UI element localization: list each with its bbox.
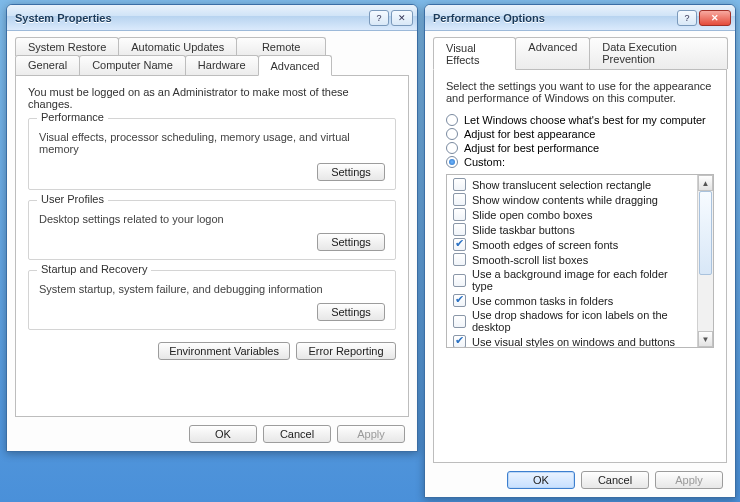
checkbox-label: Smooth edges of screen fonts [472, 239, 618, 251]
cancel-button[interactable]: Cancel [581, 471, 649, 489]
checklist-item[interactable]: Show window contents while dragging [451, 192, 693, 207]
scroll-down-button[interactable]: ▼ [698, 331, 713, 347]
group-title: Startup and Recovery [37, 263, 151, 275]
admin-hint: You must be logged on as an Administrato… [28, 86, 396, 110]
checklist-item[interactable]: Slide taskbar buttons [451, 222, 693, 237]
tab-dep[interactable]: Data Execution Prevention [589, 37, 728, 69]
radio-label: Adjust for best appearance [464, 128, 595, 140]
scrollbar[interactable]: ▲ ▼ [697, 175, 713, 347]
radio-indicator[interactable] [446, 156, 458, 168]
visual-effects-radio-group: Let Windows choose what's best for my co… [446, 112, 714, 170]
radio-indicator[interactable] [446, 114, 458, 126]
performance-options-window: Performance Options ? ✕ Visual Effects A… [424, 4, 736, 498]
checkbox[interactable] [453, 193, 466, 206]
scroll-track[interactable] [698, 191, 713, 331]
group-title: Performance [37, 111, 108, 123]
radio-indicator[interactable] [446, 128, 458, 140]
checkbox-label: Slide taskbar buttons [472, 224, 575, 236]
checklist-item[interactable]: Use drop shadows for icon labels on the … [451, 308, 693, 334]
ok-button[interactable]: OK [507, 471, 575, 489]
tab-system-restore[interactable]: System Restore [15, 37, 119, 56]
visual-effects-checklist: Show translucent selection rectangleShow… [446, 174, 714, 348]
window-title: Performance Options [433, 12, 677, 24]
tab-visual-effects[interactable]: Visual Effects [433, 37, 516, 70]
apply-button[interactable]: Apply [337, 425, 405, 443]
apply-button[interactable]: Apply [655, 471, 723, 489]
tab-row: Visual Effects Advanced Data Execution P… [433, 37, 727, 69]
group-user-profiles: User Profiles Desktop settings related t… [28, 200, 396, 260]
group-title: User Profiles [37, 193, 108, 205]
close-button[interactable]: ✕ [391, 10, 413, 26]
help-button[interactable]: ? [677, 10, 697, 26]
tab-row-lower: General Computer Name Hardware Advanced [15, 55, 409, 75]
tab-remote[interactable]: Remote [236, 37, 326, 56]
ok-button[interactable]: OK [189, 425, 257, 443]
checkbox-label: Show window contents while dragging [472, 194, 658, 206]
group-startup-recovery: Startup and Recovery System startup, sys… [28, 270, 396, 330]
group-desc: System startup, system failure, and debu… [39, 283, 385, 295]
performance-settings-button[interactable]: Settings [317, 163, 385, 181]
checkbox[interactable] [453, 315, 466, 328]
radio-option[interactable]: Adjust for best appearance [446, 128, 714, 140]
titlebar[interactable]: System Properties ? ✕ [7, 5, 417, 31]
radio-label: Let Windows choose what's best for my co… [464, 114, 706, 126]
tab-panel-advanced: You must be logged on as an Administrato… [15, 75, 409, 417]
checklist-item[interactable]: Slide open combo boxes [451, 207, 693, 222]
checkbox-label: Use common tasks in folders [472, 295, 613, 307]
group-desc: Visual effects, processor scheduling, me… [39, 131, 385, 155]
tab-automatic-updates[interactable]: Automatic Updates [118, 37, 237, 56]
radio-option[interactable]: Adjust for best performance [446, 142, 714, 154]
tab-general[interactable]: General [15, 55, 80, 75]
tab-computer-name[interactable]: Computer Name [79, 55, 186, 75]
tab-advanced[interactable]: Advanced [515, 37, 590, 69]
checkbox[interactable] [453, 223, 466, 236]
tab-advanced[interactable]: Advanced [258, 55, 333, 76]
system-properties-window: System Properties ? ✕ System Restore Aut… [6, 4, 418, 452]
radio-label: Custom: [464, 156, 505, 168]
startup-settings-button[interactable]: Settings [317, 303, 385, 321]
close-button[interactable]: ✕ [699, 10, 731, 26]
checkbox[interactable] [453, 253, 466, 266]
error-reporting-button[interactable]: Error Reporting [296, 342, 396, 360]
scroll-thumb[interactable] [699, 191, 712, 275]
checkbox-label: Use drop shadows for icon labels on the … [472, 309, 691, 333]
checkbox-label: Use a background image for each folder t… [472, 268, 691, 292]
checklist-item[interactable]: Show translucent selection rectangle [451, 177, 693, 192]
checklist-item[interactable]: Smooth edges of screen fonts [451, 237, 693, 252]
checkbox[interactable] [453, 294, 466, 307]
checkbox[interactable] [453, 238, 466, 251]
group-desc: Desktop settings related to your logon [39, 213, 385, 225]
checklist-item[interactable]: Smooth-scroll list boxes [451, 252, 693, 267]
group-performance: Performance Visual effects, processor sc… [28, 118, 396, 190]
checklist-item[interactable]: Use visual styles on windows and buttons [451, 334, 693, 348]
checkbox-label: Show translucent selection rectangle [472, 179, 651, 191]
tab-panel-visual-effects: Select the settings you want to use for … [433, 69, 727, 463]
titlebar[interactable]: Performance Options ? ✕ [425, 5, 735, 31]
tab-row-upper: System Restore Automatic Updates Remote [15, 37, 409, 56]
environment-variables-button[interactable]: Environment Variables [158, 342, 290, 360]
checkbox-label: Slide open combo boxes [472, 209, 592, 221]
checklist-item[interactable]: Use a background image for each folder t… [451, 267, 693, 293]
cancel-button[interactable]: Cancel [263, 425, 331, 443]
checkbox-label: Use visual styles on windows and buttons [472, 336, 675, 348]
checkbox[interactable] [453, 274, 466, 287]
help-button[interactable]: ? [369, 10, 389, 26]
checkbox[interactable] [453, 178, 466, 191]
intro-text: Select the settings you want to use for … [446, 80, 714, 104]
checklist-item[interactable]: Use common tasks in folders [451, 293, 693, 308]
radio-option[interactable]: Let Windows choose what's best for my co… [446, 114, 714, 126]
radio-label: Adjust for best performance [464, 142, 599, 154]
radio-indicator[interactable] [446, 142, 458, 154]
radio-option[interactable]: Custom: [446, 156, 714, 168]
tab-hardware[interactable]: Hardware [185, 55, 259, 75]
checkbox-label: Smooth-scroll list boxes [472, 254, 588, 266]
user-profiles-settings-button[interactable]: Settings [317, 233, 385, 251]
scroll-up-button[interactable]: ▲ [698, 175, 713, 191]
checkbox[interactable] [453, 335, 466, 348]
window-title: System Properties [15, 12, 369, 24]
checkbox[interactable] [453, 208, 466, 221]
